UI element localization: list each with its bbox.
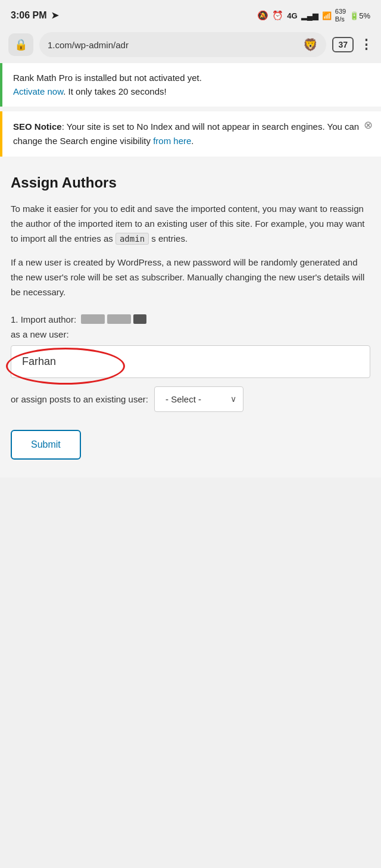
inline-code-admin: admin	[115, 233, 149, 245]
signal-bars: ▂▄▆	[301, 11, 318, 20]
lock-icon: 🔒	[14, 38, 27, 51]
lock-icon-wrap[interactable]: 🔒	[8, 33, 33, 56]
brave-logo: 🦁	[303, 38, 318, 52]
more-options-icon[interactable]: ⋮	[360, 37, 373, 52]
wifi-icon: 📶	[322, 11, 332, 20]
blur-block-1	[81, 314, 105, 324]
submit-button[interactable]: Submit	[11, 430, 81, 460]
url-text: 1.com/wp-admin/adr	[48, 40, 129, 50]
as-new-user-text: as a new user:	[11, 329, 370, 339]
desc1-text: To make it easier for you to edit and sa…	[11, 204, 364, 243]
battery-icon: 🔋5%	[349, 11, 370, 20]
status-bar: 3:06 PM ➤ 🔕 ⏰ 4G ▂▄▆ 📶 639B/s 🔋5%	[0, 0, 381, 29]
status-right: 🔕 ⏰ 4G ▂▄▆ 📶 639B/s 🔋5%	[257, 8, 370, 23]
seo-notice-bold: SEO Notice	[13, 121, 62, 132]
bell-icon: 🔕	[257, 10, 268, 21]
rankmath-activate-link[interactable]: Activate now	[13, 86, 63, 96]
import-label: 1. Import author:	[11, 314, 76, 324]
new-user-input-wrapper	[11, 345, 370, 378]
data-speed: 639B/s	[335, 8, 346, 23]
tab-count[interactable]: 37	[332, 37, 354, 52]
description-paragraph-1: To make it easier for you to edit and sa…	[11, 202, 370, 246]
select-user-dropdown[interactable]: - Select -	[154, 386, 243, 412]
seo-notice-link[interactable]: from here	[153, 136, 191, 146]
new-user-input[interactable]	[11, 345, 370, 378]
seo-notice-close-button[interactable]: ⊗	[364, 118, 373, 132]
blurred-author-name	[81, 314, 146, 324]
seo-notice: ⊗ SEO Notice: Your site is set to No Ind…	[0, 111, 381, 157]
select-user-wrapper[interactable]: - Select - ∨	[154, 386, 243, 412]
rankmath-notice: Rank Math Pro is installed but not activ…	[0, 63, 381, 107]
url-bar[interactable]: 1.com/wp-admin/adr 🦁	[39, 32, 326, 57]
desc1-suffix: s entries.	[151, 233, 188, 243]
assign-label: or assign posts to an existing user:	[11, 394, 148, 404]
page-title: Assign Authors	[11, 174, 370, 191]
blur-block-2	[107, 314, 131, 324]
time-display: 3:06 PM	[11, 10, 46, 21]
main-content: Assign Authors To make it easier for you…	[0, 164, 381, 477]
browser-bar: 🔒 1.com/wp-admin/adr 🦁 37 ⋮	[0, 29, 381, 63]
status-left: 3:06 PM ➤	[11, 10, 59, 21]
rankmath-notice-text: Rank Math Pro is installed but not activ…	[13, 73, 202, 83]
assign-existing-row: or assign posts to an existing user: - S…	[11, 386, 370, 412]
clock-icon: ⏰	[272, 10, 283, 21]
rankmath-notice-suffix: . It only takes 20 seconds!	[63, 86, 166, 96]
import-row: 1. Import author:	[11, 314, 370, 324]
signal-icon: 4G	[287, 11, 297, 20]
seo-notice-suffix: .	[191, 136, 193, 146]
location-icon: ➤	[51, 10, 59, 21]
description-paragraph-2: If a new user is created by WordPress, a…	[11, 255, 370, 299]
blur-block-3	[133, 314, 146, 324]
page-content: Rank Math Pro is installed but not activ…	[0, 63, 381, 477]
import-section: 1. Import author: as a new user: or assi…	[11, 314, 370, 460]
